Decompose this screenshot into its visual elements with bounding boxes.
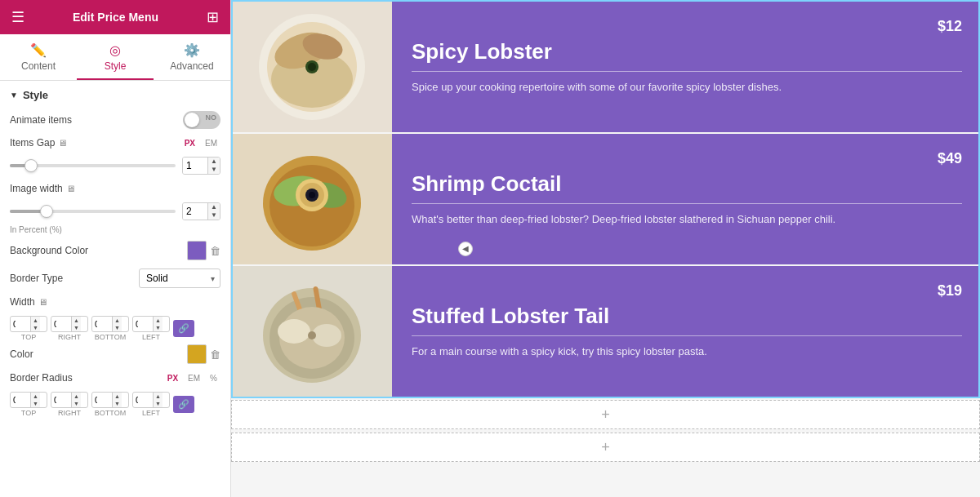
border-radius-bottom-input[interactable]: ▲ ▼ bbox=[91, 392, 129, 408]
border-type-label: Border Type bbox=[10, 273, 63, 284]
toggle-switch[interactable]: NO bbox=[183, 111, 220, 129]
width-right-spinners: ▲ ▼ bbox=[71, 317, 81, 331]
menu-item-1-title: Spicy Lobster bbox=[412, 39, 962, 64]
width-bottom-input[interactable]: 0 ▲ ▼ bbox=[91, 316, 129, 332]
advanced-tab-label: Advanced bbox=[170, 60, 213, 72]
border-radius-bottom-spinners: ▲ ▼ bbox=[112, 393, 122, 407]
bg-color-swatch[interactable] bbox=[187, 241, 207, 260]
width-right-number[interactable]: 0 bbox=[51, 317, 71, 331]
border-radius-right-number[interactable] bbox=[51, 393, 71, 406]
slider-thumb[interactable] bbox=[24, 159, 38, 172]
image-width-number-input[interactable]: 24 bbox=[183, 203, 207, 220]
menu-item-2-divider bbox=[412, 203, 962, 204]
width-left-down[interactable]: ▼ bbox=[153, 324, 163, 331]
menu-item-3-desc: For a main course with a spicy kick, try… bbox=[412, 344, 962, 359]
color-swatch[interactable] bbox=[187, 344, 207, 364]
width-top-number[interactable]: 0 bbox=[11, 317, 30, 331]
tab-content[interactable]: ✏️ Content bbox=[0, 34, 77, 80]
border-radius-link-btn[interactable]: 🔗 bbox=[173, 396, 194, 413]
width-link-btn[interactable]: 🔗 bbox=[173, 320, 194, 337]
hamburger-icon[interactable]: ☰ bbox=[11, 8, 24, 26]
border-radius-left-down[interactable]: ▼ bbox=[153, 400, 163, 407]
image-slider-thumb[interactable] bbox=[40, 205, 53, 218]
menu-item-2-title: Shrimp Coctail bbox=[412, 171, 962, 197]
menu-item-1-desc: Spice up your cooking repertoire with so… bbox=[412, 80, 962, 95]
border-type-select[interactable]: Solid None Dashed Dotted Double Groove bbox=[139, 268, 220, 288]
image-width-label: Image width 🖥 bbox=[10, 183, 75, 194]
menu-area: Spicy Lobster Spice up your cooking repe… bbox=[233, 2, 978, 397]
add-section-btn-1[interactable]: + bbox=[231, 400, 980, 429]
width-left-input[interactable]: 0 ▲ ▼ bbox=[132, 316, 170, 332]
width-bottom-down[interactable]: ▼ bbox=[112, 324, 122, 331]
border-radius-px-btn[interactable]: PX bbox=[164, 373, 181, 384]
width-bottom-up[interactable]: ▲ bbox=[112, 317, 122, 324]
border-radius-right-input[interactable]: ▲ ▼ bbox=[51, 392, 88, 408]
width-top-up[interactable]: ▲ bbox=[30, 317, 40, 324]
width-right-down[interactable]: ▼ bbox=[71, 324, 81, 331]
border-radius-left-input[interactable]: ▲ ▼ bbox=[132, 392, 170, 408]
menu-item-1-divider bbox=[412, 71, 962, 72]
border-radius-right-up[interactable]: ▲ bbox=[71, 393, 81, 400]
width-bottom-cell: 0 ▲ ▼ BOTTOM bbox=[91, 316, 129, 341]
tab-style[interactable]: ◎ Style bbox=[77, 34, 154, 80]
border-radius-bottom-down[interactable]: ▼ bbox=[112, 400, 122, 407]
width-top-label: TOP bbox=[21, 333, 36, 341]
bg-color-clear-icon[interactable]: 🗑 bbox=[210, 245, 220, 257]
border-radius-right-down[interactable]: ▼ bbox=[71, 400, 81, 407]
em-unit-btn[interactable]: EM bbox=[202, 138, 220, 149]
border-radius-top-down[interactable]: ▼ bbox=[30, 400, 40, 407]
border-radius-bottom-up[interactable]: ▲ bbox=[112, 393, 122, 400]
color-clear-icon[interactable]: 🗑 bbox=[210, 348, 220, 361]
width-inputs-row: 0 ▲ ▼ TOP 0 ▲ ▼ RIGHT bbox=[10, 316, 220, 341]
border-type-select-wrap[interactable]: Solid None Dashed Dotted Double Groove bbox=[139, 268, 220, 288]
border-radius-inputs-row: ▲ ▼ TOP ▲ ▼ RIGHT bbox=[10, 392, 220, 417]
tab-advanced[interactable]: ⚙️ Advanced bbox=[154, 34, 230, 80]
border-radius-left-number[interactable] bbox=[133, 393, 153, 406]
menu-item-2-image bbox=[233, 134, 392, 264]
items-gap-up-btn[interactable]: ▲ bbox=[207, 158, 220, 166]
border-radius-bottom-number[interactable] bbox=[92, 393, 112, 406]
image-width-down-btn[interactable]: ▼ bbox=[207, 211, 220, 220]
animate-items-toggle[interactable]: NO bbox=[183, 111, 220, 129]
image-width-input[interactable]: 24 ▲ ▼ bbox=[182, 202, 220, 220]
items-gap-slider[interactable] bbox=[10, 158, 176, 174]
width-top-input[interactable]: 0 ▲ ▼ bbox=[10, 316, 47, 332]
width-top-down[interactable]: ▼ bbox=[30, 324, 40, 331]
collapse-panel-btn[interactable]: ◀ bbox=[458, 242, 473, 256]
items-gap-spinners: ▲ ▼ bbox=[207, 158, 220, 174]
border-radius-top-input[interactable]: ▲ ▼ bbox=[10, 392, 47, 408]
width-left-label: LEFT bbox=[142, 333, 160, 341]
bg-color-label: Background Color bbox=[10, 245, 88, 256]
width-left-up[interactable]: ▲ bbox=[153, 317, 163, 324]
menu-content-area: Spicy Lobster Spice up your cooking repe… bbox=[231, 0, 980, 398]
width-right-input[interactable]: 0 ▲ ▼ bbox=[51, 316, 88, 332]
border-radius-top-number[interactable] bbox=[11, 393, 30, 406]
width-right-cell: 0 ▲ ▼ RIGHT bbox=[51, 316, 88, 341]
items-gap-number-input[interactable]: 15 bbox=[183, 158, 207, 174]
px-unit-btn[interactable]: PX bbox=[181, 138, 198, 149]
width-left-number[interactable]: 0 bbox=[133, 317, 153, 331]
border-radius-left-up[interactable]: ▲ bbox=[153, 393, 163, 400]
border-radius-em-btn[interactable]: EM bbox=[185, 373, 203, 384]
image-width-up-btn[interactable]: ▲ bbox=[207, 203, 220, 211]
slider-track bbox=[10, 164, 176, 167]
content-tab-icon: ✏️ bbox=[30, 42, 47, 58]
width-right-up[interactable]: ▲ bbox=[71, 317, 81, 324]
image-width-slider-row: 24 ▲ ▼ bbox=[10, 202, 220, 220]
grid-icon[interactable]: ⊞ bbox=[207, 8, 219, 26]
border-radius-left-cell: ▲ ▼ LEFT bbox=[132, 392, 170, 417]
food-image-1 bbox=[233, 2, 392, 132]
items-gap-input[interactable]: 15 ▲ ▼ bbox=[182, 157, 220, 175]
add-section-btn-2[interactable]: + bbox=[231, 433, 980, 462]
style-section-header[interactable]: ▼ Style bbox=[10, 89, 220, 101]
border-radius-top-up[interactable]: ▲ bbox=[30, 393, 40, 400]
svg-point-23 bbox=[278, 319, 310, 344]
items-gap-down-btn[interactable]: ▼ bbox=[207, 166, 220, 174]
image-slider-track bbox=[10, 210, 176, 213]
section-title: Style bbox=[23, 89, 48, 101]
image-width-slider[interactable] bbox=[10, 203, 176, 220]
svg-point-7 bbox=[308, 63, 316, 71]
border-radius-pct-btn[interactable]: % bbox=[207, 373, 220, 384]
color-label: Color bbox=[10, 348, 33, 360]
width-bottom-number[interactable]: 0 bbox=[92, 317, 112, 331]
